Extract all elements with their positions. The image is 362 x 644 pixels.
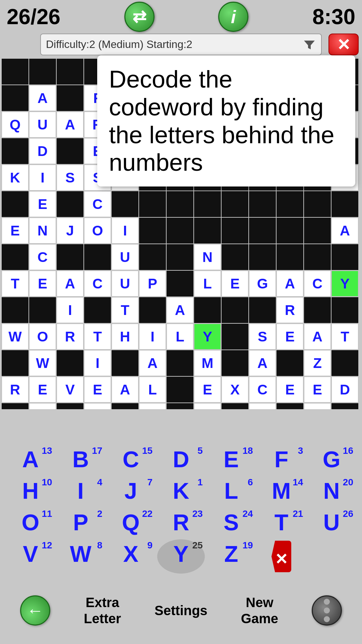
grid-cell[interactable]	[277, 244, 303, 270]
grid-cell[interactable]: M	[194, 350, 221, 376]
grid-cell[interactable]: L	[167, 324, 193, 350]
grid-cell[interactable]: E	[84, 377, 111, 402]
grid-cell[interactable]	[139, 191, 166, 217]
grid-cell[interactable]	[29, 59, 56, 85]
grid-cell[interactable]	[57, 85, 83, 111]
grid-cell[interactable]: X	[222, 377, 248, 402]
grid-cell[interactable]	[304, 297, 331, 323]
grid-cell[interactable]: A	[249, 350, 276, 376]
grid-cell[interactable]: A	[277, 271, 303, 297]
grid-cell[interactable]	[2, 59, 28, 85]
grid-cell[interactable]: A	[57, 271, 83, 297]
grid-cell[interactable]	[112, 191, 138, 217]
grid-cell[interactable]: T	[2, 271, 28, 297]
grid-cell[interactable]	[222, 350, 248, 376]
grid-cell[interactable]: K	[249, 403, 276, 409]
key-A[interactable]: A13	[7, 445, 54, 474]
key-K[interactable]: K1	[157, 476, 205, 505]
grid-cell[interactable]: N	[29, 218, 56, 244]
grid-cell[interactable]: I	[84, 350, 111, 376]
key-W[interactable]: W8	[57, 539, 105, 574]
key-M[interactable]: M14	[258, 476, 305, 505]
grid-cell[interactable]	[331, 350, 358, 376]
key-L[interactable]: L6	[207, 476, 255, 505]
back-button[interactable]: ←	[20, 595, 50, 626]
grid-cell[interactable]	[194, 297, 221, 323]
grid-cell[interactable]: S	[139, 403, 166, 409]
grid-cell[interactable]	[249, 297, 276, 323]
key-S[interactable]: S24	[207, 508, 255, 537]
grid-cell[interactable]	[277, 218, 303, 244]
grid-cell[interactable]	[331, 297, 358, 323]
grid-cell[interactable]	[222, 403, 248, 409]
key-U[interactable]: U26	[308, 508, 355, 537]
delete-key[interactable]: ✕	[258, 539, 305, 574]
grid-cell[interactable]	[29, 297, 56, 323]
key-B[interactable]: B17	[57, 445, 105, 474]
grid-cell[interactable]: D	[331, 377, 358, 402]
grid-cell[interactable]	[249, 244, 276, 270]
key-X[interactable]: X9	[107, 539, 155, 574]
grid-cell[interactable]	[139, 297, 166, 323]
grid-cell[interactable]	[167, 244, 193, 270]
grid-cell[interactable]	[222, 244, 248, 270]
grid-cell[interactable]	[167, 218, 193, 244]
key-G[interactable]: G16	[308, 445, 355, 474]
key-I[interactable]: I4	[57, 476, 105, 505]
grid-cell[interactable]: L	[139, 377, 166, 402]
grid-cell[interactable]	[167, 350, 193, 376]
key-J[interactable]: J7	[107, 476, 155, 505]
grid-cell[interactable]	[112, 403, 138, 409]
grid-cell[interactable]: E	[222, 271, 248, 297]
grid-cell[interactable]: E	[304, 377, 331, 402]
grid-cell[interactable]: P	[139, 271, 166, 297]
filter-icon-button[interactable]	[303, 38, 316, 51]
grid-cell[interactable]	[194, 191, 221, 217]
grid-cell[interactable]: E	[277, 324, 303, 350]
grid-cell[interactable]	[57, 191, 83, 217]
key-Z[interactable]: Z19	[207, 539, 255, 574]
grid-cell[interactable]: C	[84, 191, 111, 217]
grid-cell[interactable]	[249, 191, 276, 217]
grid-cell[interactable]	[2, 297, 28, 323]
grid-cell[interactable]: S	[84, 403, 111, 409]
grid-cell[interactable]	[331, 403, 358, 409]
grid-cell[interactable]: E	[29, 271, 56, 297]
key-P[interactable]: P2	[57, 508, 105, 537]
key-V[interactable]: V12	[7, 539, 54, 574]
grid-cell[interactable]	[84, 244, 111, 270]
grid-cell[interactable]: A	[331, 218, 358, 244]
grid-cell[interactable]	[304, 191, 331, 217]
grid-cell[interactable]: C	[84, 271, 111, 297]
grid-cell[interactable]: A	[304, 324, 331, 350]
swap-button[interactable]: ⇄	[124, 2, 155, 32]
grid-cell[interactable]	[194, 218, 221, 244]
grid-cell[interactable]: D	[304, 403, 331, 409]
grid-cell[interactable]	[139, 244, 166, 270]
key-Y-selected[interactable]: Y25	[157, 539, 205, 574]
grid-cell[interactable]	[57, 138, 83, 164]
grid-cell[interactable]: L	[194, 271, 221, 297]
grid-cell[interactable]: R	[2, 377, 28, 402]
grid-cell[interactable]: D	[29, 138, 56, 164]
grid-cell[interactable]	[2, 85, 28, 111]
grid-cell[interactable]: A	[57, 112, 83, 138]
grid-cell-green[interactable]: Y	[331, 271, 358, 297]
key-E[interactable]: E18	[207, 445, 255, 474]
grid-cell[interactable]: Z	[304, 350, 331, 376]
key-H[interactable]: H10	[7, 476, 54, 505]
grid-cell[interactable]: E	[277, 377, 303, 402]
grid-cell[interactable]	[2, 244, 28, 270]
grid-cell[interactable]: A	[112, 377, 138, 402]
grid-cell[interactable]: E	[29, 191, 56, 217]
grid-cell[interactable]: O	[29, 324, 56, 350]
grid-cell-green[interactable]: Y	[194, 324, 221, 350]
grid-cell[interactable]: V	[57, 377, 83, 402]
grid-cell[interactable]: T	[112, 297, 138, 323]
grid-cell[interactable]	[222, 297, 248, 323]
grid-cell[interactable]: O	[84, 218, 111, 244]
grid-cell[interactable]: S	[249, 324, 276, 350]
grid-cell[interactable]: Q	[2, 112, 28, 138]
grid-cell[interactable]: E	[194, 377, 221, 402]
grid-cell[interactable]: I	[139, 324, 166, 350]
